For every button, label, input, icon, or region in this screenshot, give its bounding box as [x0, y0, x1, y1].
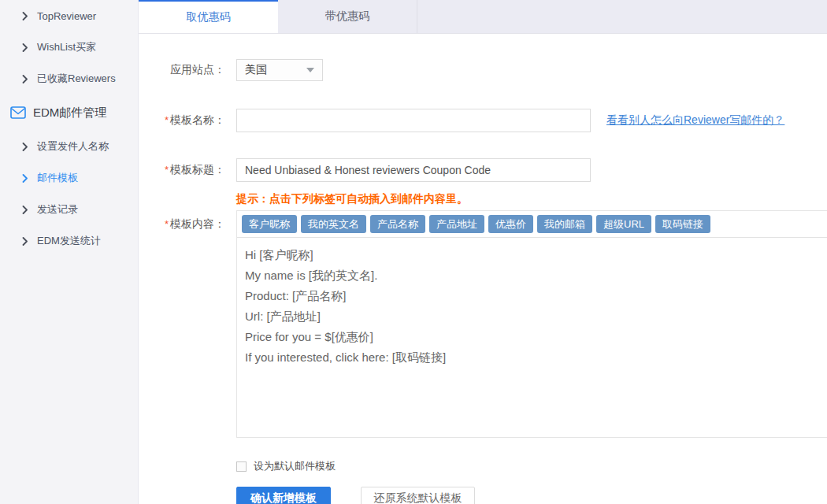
sidebar-item-topreviewer[interactable]: TopReviewer: [0, 0, 138, 32]
tag-discount-price[interactable]: 优惠价: [488, 215, 533, 233]
form-actions: 确认新增模板 还原系统默认模板: [236, 487, 827, 504]
envelope-icon: [10, 106, 26, 119]
site-select[interactable]: 美国: [236, 59, 323, 81]
restore-default-template-button[interactable]: 还原系统默认模板: [361, 487, 475, 504]
sidebar-item-favorited-reviewers[interactable]: 已收藏Reviewers: [0, 63, 138, 94]
site-label: 应用站点：: [139, 63, 236, 77]
chevron-right-icon: [22, 206, 28, 214]
template-title-input[interactable]: [236, 158, 591, 182]
site-select-value: 美国: [245, 63, 267, 77]
tab-get-coupon-code[interactable]: 取优惠码: [139, 0, 278, 33]
template-form: 应用站点： 美国 *模板名称： 看看别人怎么向Reviewer写邮件的？ *模板…: [139, 34, 827, 504]
sidebar-item-label: 邮件模板: [37, 171, 78, 185]
default-template-label: 设为默认邮件模板: [254, 459, 336, 473]
template-name-label: *模板名称：: [139, 113, 236, 128]
reviewer-email-examples-link[interactable]: 看看别人怎么向Reviewer写邮件的？: [606, 113, 784, 128]
insert-tags-bar: 客户昵称 我的英文名 产品名称 产品地址 优惠价 我的邮箱 超级URL 取码链接: [237, 211, 827, 238]
template-title-row: *模板标题：: [139, 158, 827, 182]
confirm-add-template-button[interactable]: 确认新增模板: [236, 487, 331, 504]
default-template-checkbox[interactable]: [236, 461, 247, 472]
tag-code-link[interactable]: 取码链接: [655, 215, 710, 233]
tag-my-email[interactable]: 我的邮箱: [537, 215, 592, 233]
sidebar-item-send-record[interactable]: 发送记录: [0, 194, 138, 225]
sidebar: TopReviewer WishList买家 已收藏Reviewers EDM邮…: [0, 0, 139, 504]
sidebar-item-wishlist[interactable]: WishList买家: [0, 32, 138, 63]
sidebar-item-sender-name[interactable]: 设置发件人名称: [0, 131, 138, 162]
tab-bar: 取优惠码 带优惠码: [139, 0, 827, 34]
sidebar-item-label: 设置发件人名称: [37, 139, 109, 154]
template-name-row: *模板名称： 看看别人怎么向Reviewer写邮件的？: [139, 109, 827, 132]
chevron-right-icon: [22, 174, 28, 183]
sidebar-item-label: TopReviewer: [37, 10, 96, 22]
required-mark: *: [165, 164, 169, 176]
tab-label: 带优惠码: [325, 9, 369, 24]
main-panel: 取优惠码 带优惠码 应用站点： 美国 *模板名称： 看看别人怎么向Reviewe…: [139, 0, 827, 504]
template-name-input[interactable]: [236, 109, 591, 132]
chevron-right-icon: [22, 143, 28, 151]
template-content-textarea[interactable]: Hi [客户昵称] My name is [我的英文名]. Product: […: [237, 238, 827, 434]
tag-my-english-name[interactable]: 我的英文名: [301, 215, 366, 233]
caret-down-icon: [306, 68, 314, 72]
template-title-label: *模板标题：: [139, 163, 236, 177]
tag-product-name[interactable]: 产品名称: [370, 215, 425, 233]
site-row: 应用站点： 美国: [139, 59, 827, 81]
sidebar-section-label: EDM邮件管理: [33, 106, 106, 120]
required-mark: *: [165, 114, 169, 126]
chevron-right-icon: [22, 75, 28, 83]
tag-super-url[interactable]: 超级URL: [596, 215, 651, 233]
tab-label: 取优惠码: [187, 10, 231, 24]
insert-tag-hint: 提示：点击下列标签可自动插入到邮件内容里。: [236, 192, 827, 206]
chevron-right-icon: [22, 237, 28, 246]
chevron-right-icon: [22, 12, 28, 20]
default-template-row: 设为默认邮件模板: [236, 459, 827, 473]
sidebar-item-label: EDM发送统计: [37, 234, 101, 248]
content-editor: 客户昵称 我的英文名 产品名称 产品地址 优惠价 我的邮箱 超级URL 取码链接…: [236, 210, 827, 438]
tag-product-url[interactable]: 产品地址: [429, 215, 484, 233]
template-content-label: *模板内容：: [139, 210, 236, 438]
sidebar-item-email-template[interactable]: 邮件模板: [0, 162, 138, 194]
required-mark: *: [165, 218, 169, 230]
sidebar-item-label: 发送记录: [37, 202, 78, 217]
tag-customer-nickname[interactable]: 客户昵称: [242, 215, 297, 233]
sidebar-item-label: WishList买家: [37, 40, 96, 54]
template-content-row: *模板内容： 客户昵称 我的英文名 产品名称 产品地址 优惠价 我的邮箱 超级U…: [139, 210, 827, 438]
tab-with-coupon-code[interactable]: 带优惠码: [278, 0, 417, 33]
sidebar-item-edm-stats[interactable]: EDM发送统计: [0, 225, 138, 257]
chevron-right-icon: [22, 43, 28, 52]
app: TopReviewer WishList买家 已收藏Reviewers EDM邮…: [0, 0, 827, 504]
sidebar-item-label: 已收藏Reviewers: [37, 72, 116, 86]
sidebar-section-edm[interactable]: EDM邮件管理: [0, 94, 138, 131]
